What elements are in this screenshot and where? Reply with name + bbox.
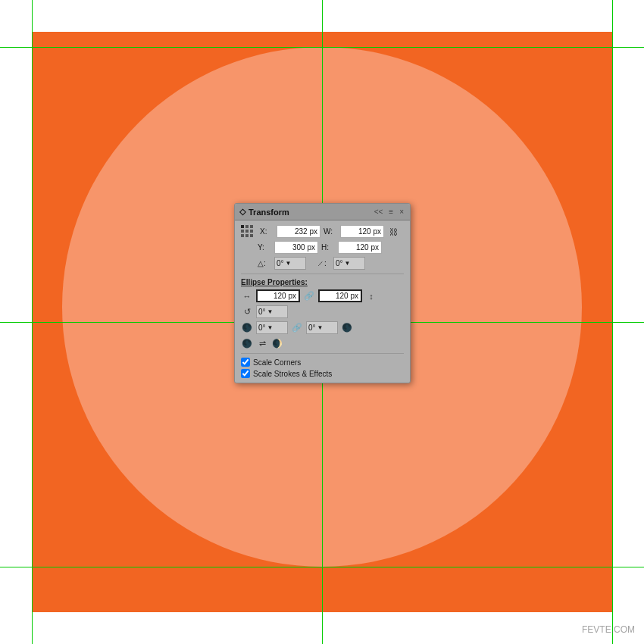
canvas: ◇ Transform << ≡ × xyxy=(0,0,644,644)
grid-dot-tl[interactable] xyxy=(241,225,244,228)
ellipse-icon-row: 🌑 ⇌ 🌒 xyxy=(241,337,404,349)
start-angle-icon: ↺ xyxy=(241,306,253,318)
transform-panel: ◇ Transform << ≡ × xyxy=(234,203,411,383)
end-angle-row: 🌑 0° ▼ 🔗 0° ▼ 🌑 xyxy=(241,321,404,334)
panel-title-text: Transform xyxy=(249,208,289,217)
guide-vertical-right xyxy=(612,0,613,644)
x-input[interactable] xyxy=(277,225,320,238)
angle-row: △: 0° ▼ ⟋: 0° ▼ xyxy=(258,257,404,270)
ellipse-height-icon: ↕ xyxy=(365,290,377,302)
chord-icon[interactable]: ⇌ xyxy=(256,337,268,349)
reference-point-grid[interactable] xyxy=(241,225,254,238)
ellipse-section-label: Ellipse Properties: xyxy=(241,278,404,286)
end-angle-left-icon: 🌑 xyxy=(241,322,253,334)
angle-dropdown-arrow: ▼ xyxy=(286,260,292,267)
y-input[interactable] xyxy=(274,241,318,254)
scale-strokes-row: Scale Strokes & Effects xyxy=(241,369,404,378)
x-label: X: xyxy=(260,227,274,236)
scale-corners-row: Scale Corners xyxy=(241,358,404,367)
panel-title-diamond: ◇ xyxy=(239,207,245,217)
w-input[interactable] xyxy=(340,225,384,238)
grid-dot-mr[interactable] xyxy=(250,230,253,233)
watermark: FEVTE.COM xyxy=(582,624,635,635)
panel-title: ◇ Transform xyxy=(239,207,289,217)
h-label: H: xyxy=(321,243,335,252)
scale-strokes-checkbox[interactable] xyxy=(241,369,250,378)
end-angle-value: 0° xyxy=(258,324,266,332)
end-angle-dropdown2[interactable]: 0° ▼ xyxy=(306,321,338,334)
grid-dot-mc[interactable] xyxy=(245,230,249,233)
angle-dropdown[interactable]: 0° ▼ xyxy=(274,257,306,270)
grid-dot-tc[interactable] xyxy=(245,225,249,228)
start-angle-row: ↺ 0° ▼ xyxy=(241,305,404,318)
separator-1 xyxy=(241,274,404,274)
panel-titlebar: ◇ Transform << ≡ × xyxy=(235,204,410,220)
shear-dropdown-arrow: ▼ xyxy=(345,260,351,267)
pie-icon[interactable]: 🌑 xyxy=(241,337,253,349)
ellipse-width-input[interactable] xyxy=(256,289,300,302)
separator-2 xyxy=(241,353,404,354)
end-angle-value2: 0° xyxy=(308,324,316,332)
scale-corners-checkbox[interactable] xyxy=(241,358,250,367)
end-angle-dropdown[interactable]: 0° ▼ xyxy=(256,321,288,334)
angle-label: △: xyxy=(258,259,271,267)
scale-corners-label: Scale Corners xyxy=(253,358,301,367)
end-angle-arrow: ▼ xyxy=(267,324,274,331)
scale-strokes-label: Scale Strokes & Effects xyxy=(253,370,332,378)
panel-menu-button[interactable]: ≡ xyxy=(387,208,395,216)
ellipse-link-icon[interactable]: 🔗 xyxy=(303,290,315,302)
panel-body: X: W: ⛓ Y: H: △: 0° ▼ ⟋: xyxy=(235,220,410,383)
ellipse-wh-row: ↔ 🔗 ↕ xyxy=(241,289,404,302)
shear-dropdown[interactable]: 0° ▼ xyxy=(333,257,365,270)
end-angle-toggle-icon[interactable]: 🔗 xyxy=(291,322,303,334)
start-angle-dropdown[interactable]: 0° ▼ xyxy=(256,305,288,318)
start-angle-value: 0° xyxy=(258,308,266,316)
shear-value: 0° xyxy=(336,259,343,267)
h-input[interactable] xyxy=(338,241,382,254)
shear-label: ⟋: xyxy=(317,259,330,267)
grid-dot-tr[interactable] xyxy=(250,225,253,228)
w-label: W: xyxy=(324,227,337,236)
lock-proportions-icon[interactable]: ⛓ xyxy=(387,226,399,238)
y-label: Y: xyxy=(258,243,271,252)
end-angle-arrow2: ▼ xyxy=(317,324,324,331)
ellipse-width-icon: ↔ xyxy=(241,290,253,302)
grid-dot-bc[interactable] xyxy=(245,234,249,237)
grid-dot-br[interactable] xyxy=(250,234,253,237)
angle-value: 0° xyxy=(277,259,284,267)
end-angle-right-icon: 🌑 xyxy=(341,322,353,334)
guide-vertical-left xyxy=(32,0,33,644)
grid-dot-ml[interactable] xyxy=(241,230,244,233)
yh-row: Y: H: xyxy=(258,241,404,254)
ellipse-height-input[interactable] xyxy=(318,289,362,302)
arc-icon[interactable]: 🌒 xyxy=(271,337,283,349)
panel-close-button[interactable]: × xyxy=(398,208,405,216)
xy-row: X: W: ⛓ xyxy=(241,225,404,238)
panel-collapse-button[interactable]: << xyxy=(373,208,385,216)
panel-controls: << ≡ × xyxy=(373,208,405,216)
start-angle-arrow: ▼ xyxy=(267,308,274,315)
grid-dot-bl[interactable] xyxy=(241,234,244,237)
